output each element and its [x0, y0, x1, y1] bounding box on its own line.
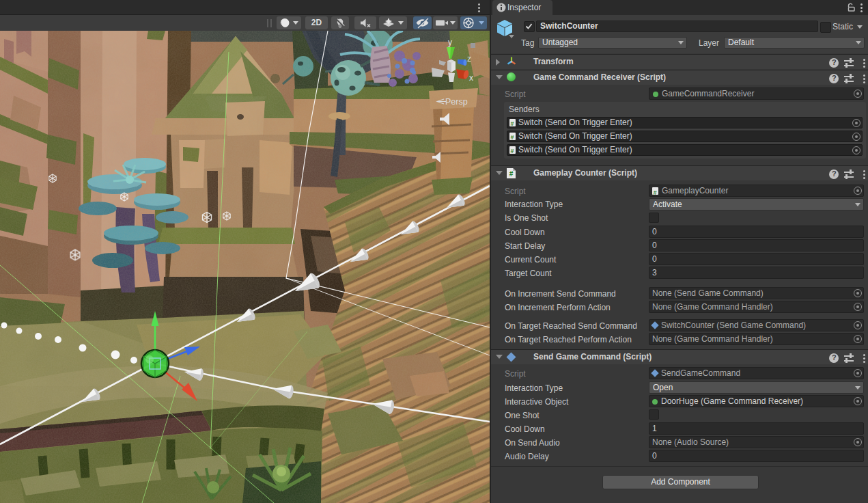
- svg-text:y: y: [448, 38, 452, 47]
- svg-text:#: #: [509, 170, 514, 178]
- svg-text:Persp: Persp: [445, 97, 468, 107]
- svg-text:x: x: [469, 73, 473, 83]
- svg-text:z: z: [467, 54, 471, 64]
